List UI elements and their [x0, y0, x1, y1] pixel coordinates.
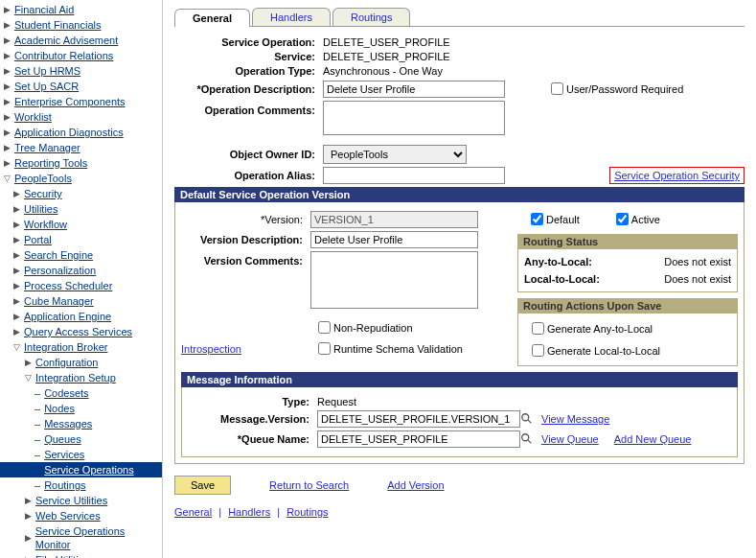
tab-handlers[interactable]: Handlers — [252, 8, 331, 26]
operation-description-input[interactable] — [323, 81, 505, 98]
sidebar-item-worklist[interactable]: ▶Worklist — [0, 109, 162, 125]
expand-closed-icon: ▶ — [11, 218, 22, 231]
sidebar-item-label: Academic Advisement — [14, 34, 118, 47]
queue-name-input[interactable] — [317, 430, 520, 448]
sidebar-item-service-utilities[interactable]: ▶Service Utilities — [0, 493, 162, 508]
sidebar-item-financial-aid[interactable]: ▶Financial Aid — [0, 2, 162, 17]
sidebar-item-web-services[interactable]: ▶Web Services — [0, 508, 162, 523]
sidebar-item-label: Codesets — [44, 386, 88, 400]
add-new-queue-link[interactable]: Add New Queue — [614, 433, 692, 445]
dash-icon: – — [34, 432, 40, 446]
sidebar-item-query-access-services[interactable]: ▶Query Access Services — [0, 324, 162, 339]
sidebar-item-set-up-hrms[interactable]: ▶Set Up HRMS — [0, 63, 162, 79]
label-runtime-schema: Runtime Schema Validation — [333, 343, 463, 355]
sidebar-item-cube-manager[interactable]: ▶Cube Manager — [0, 293, 162, 309]
sidebar-item-workflow[interactable]: ▶Workflow — [0, 217, 162, 232]
sidebar-item-file-utilities[interactable]: ▶File Utilities — [0, 552, 162, 558]
message-version-input[interactable] — [317, 410, 520, 428]
runtime-schema-checkbox[interactable] — [318, 342, 331, 355]
expand-closed-icon: ▶ — [11, 248, 22, 262]
sidebar-item-label: Service Utilities — [35, 494, 107, 507]
sidebar-item-label: Service Operations — [44, 463, 134, 477]
label-type: Type: — [188, 396, 317, 407]
expand-closed-icon: ▶ — [11, 187, 22, 200]
version-input — [310, 211, 478, 228]
sidebar-item-service-operations-monitor[interactable]: ▶Service Operations Monitor — [0, 523, 162, 552]
service-operation-security-link[interactable]: Service Operation Security — [614, 170, 740, 181]
sidebar-item-peopletools[interactable]: ▽PeopleTools — [0, 171, 162, 186]
sidebar-item-utilities[interactable]: ▶Utilities — [0, 201, 162, 217]
sidebar-item-student-financials[interactable]: ▶Student Financials — [0, 17, 162, 33]
sidebar-item-configuration[interactable]: ▶Configuration — [0, 355, 162, 370]
generate-any-to-local-checkbox[interactable] — [532, 322, 544, 335]
label-operation-alias: Operation Alias: — [174, 170, 323, 181]
generate-local-to-local-checkbox[interactable] — [532, 344, 544, 357]
message-version-lookup-icon[interactable] — [520, 412, 534, 426]
sidebar-item-label: Application Engine — [24, 310, 111, 323]
object-owner-id-select[interactable]: PeopleTools — [323, 145, 467, 164]
sidebar-item-label: Web Services — [35, 509, 101, 523]
sidebar-item-messages[interactable]: –Messages — [0, 416, 162, 431]
version-description-input[interactable] — [310, 231, 478, 248]
sidebar-item-label: Workflow — [24, 218, 67, 231]
bottom-link-routings[interactable]: Routings — [286, 506, 328, 518]
label-version-comments: Version Comments: — [181, 251, 310, 267]
sidebar-item-nodes[interactable]: –Nodes — [0, 401, 162, 416]
sidebar-item-queues[interactable]: –Queues — [0, 431, 162, 447]
user-password-required-checkbox[interactable] — [551, 82, 563, 95]
tab-general[interactable]: General — [174, 9, 250, 27]
sidebar-item-portal[interactable]: ▶Portal — [0, 232, 162, 247]
sidebar-item-academic-advisement[interactable]: ▶Academic Advisement — [0, 33, 162, 48]
view-queue-link[interactable]: View Queue — [541, 433, 599, 445]
save-button[interactable]: Save — [174, 476, 231, 495]
operation-comments-textarea[interactable] — [323, 101, 505, 135]
dash-icon: – — [34, 478, 40, 492]
sidebar-item-tree-manager[interactable]: ▶Tree Manager — [0, 140, 162, 155]
expand-closed-icon: ▶ — [11, 310, 22, 323]
add-version-link[interactable]: Add Version — [387, 479, 444, 491]
sidebar-item-application-engine[interactable]: ▶Application Engine — [0, 309, 162, 324]
default-checkbox[interactable] — [531, 213, 543, 225]
sidebar-item-integration-setup[interactable]: ▽Integration Setup — [0, 370, 162, 385]
sidebar-item-personalization[interactable]: ▶Personalization — [0, 263, 162, 278]
svg-line-3 — [528, 440, 532, 444]
sidebar-item-routings[interactable]: –Routings — [0, 477, 162, 493]
sidebar-item-label: Queues — [44, 432, 81, 446]
operation-alias-input[interactable] — [323, 167, 505, 184]
expand-closed-icon: ▶ — [23, 494, 34, 507]
sidebar-item-reporting-tools[interactable]: ▶Reporting Tools — [0, 155, 162, 171]
dash-icon: – — [34, 448, 40, 461]
sidebar-item-label: Nodes — [44, 402, 75, 415]
sidebar-item-label: Student Financials — [14, 18, 102, 32]
sidebar-item-contributor-relations[interactable]: ▶Contributor Relations — [0, 48, 162, 63]
version-comments-textarea[interactable] — [310, 251, 478, 309]
sidebar-item-label: Utilities — [24, 202, 57, 216]
label-non-repudiation: Non-Repudiation — [333, 322, 413, 334]
queue-name-lookup-icon[interactable] — [520, 432, 534, 446]
bottom-link-general[interactable]: General — [174, 506, 212, 518]
sidebar-item-security[interactable]: ▶Security — [0, 186, 162, 201]
sidebar-item-application-diagnostics[interactable]: ▶Application Diagnostics — [0, 125, 162, 140]
non-repudiation-checkbox[interactable] — [318, 321, 331, 334]
sidebar-item-label: Query Access Services — [24, 325, 132, 338]
sidebar-item-process-scheduler[interactable]: ▶Process Scheduler — [0, 278, 162, 293]
active-checkbox[interactable] — [616, 213, 629, 225]
tab-routings[interactable]: Routings — [332, 8, 410, 26]
sidebar-item-integration-broker[interactable]: ▽Integration Broker — [0, 339, 162, 355]
sidebar-item-label: Service Operations Monitor — [35, 524, 160, 551]
bottom-link-handlers[interactable]: Handlers — [228, 506, 270, 518]
label-operation-description: *Operation Description: — [174, 83, 323, 95]
view-message-link[interactable]: View Message — [541, 413, 609, 425]
sidebar-item-set-up-sacr[interactable]: ▶Set Up SACR — [0, 79, 162, 94]
sidebar-item-search-engine[interactable]: ▶Search Engine — [0, 247, 162, 263]
sidebar-item-service-operations[interactable]: –Service Operations — [0, 462, 162, 477]
sidebar-item-codesets[interactable]: –Codesets — [0, 385, 162, 401]
expand-closed-icon: ▶ — [2, 49, 12, 62]
expand-closed-icon: ▶ — [2, 3, 12, 16]
return-to-search-link[interactable]: Return to Search — [269, 479, 349, 491]
introspection-link[interactable]: Introspection — [181, 343, 241, 355]
dash-icon: – — [34, 402, 40, 415]
expand-closed-icon: ▶ — [11, 325, 22, 338]
sidebar-item-services[interactable]: –Services — [0, 447, 162, 462]
sidebar-item-enterprise-components[interactable]: ▶Enterprise Components — [0, 94, 162, 109]
